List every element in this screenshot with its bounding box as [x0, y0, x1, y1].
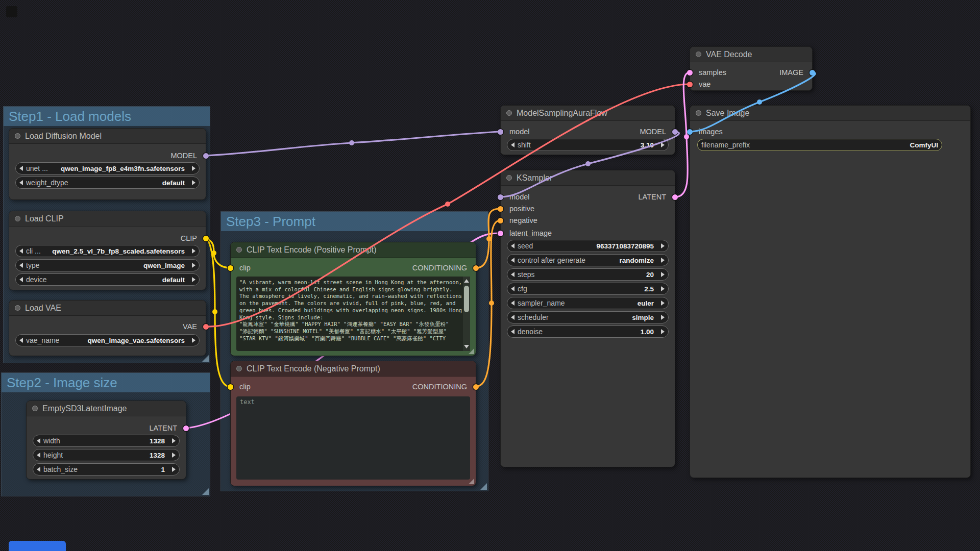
decrement-arrow-icon[interactable] [511, 142, 514, 147]
increment-arrow-icon[interactable] [192, 180, 195, 185]
output-port-clip[interactable] [203, 236, 209, 241]
node-model-sampling-auraflow[interactable]: ModelSamplingAuraFlow model MODEL shift … [500, 105, 675, 155]
increment-arrow-icon[interactable] [661, 142, 665, 147]
decrement-arrow-icon[interactable] [19, 180, 23, 185]
node-clip-text-encode-negative[interactable]: CLIP Text Encode (Negative Prompt) clip … [230, 361, 476, 486]
widget-denoise[interactable]: denoise 1.00 [507, 325, 669, 338]
node-header[interactable]: CLIP Text Encode (Negative Prompt) [231, 361, 476, 377]
decrement-arrow-icon[interactable] [511, 258, 514, 263]
node-load-clip[interactable]: Load CLIP CLIP cli ... qwen_2.5_vl_7b_fp… [9, 211, 206, 290]
decrement-arrow-icon[interactable] [511, 329, 514, 334]
node-ksampler[interactable]: KSampler model positive negative latent_… [500, 170, 675, 467]
increment-arrow-icon[interactable] [661, 243, 665, 248]
widget-vae-name[interactable]: vae_name qwen_image_vae.safetensors [15, 334, 200, 346]
input-port-model[interactable] [498, 194, 503, 200]
decrement-arrow-icon[interactable] [19, 263, 23, 268]
node-header[interactable]: KSampler [501, 170, 675, 186]
output-port-conditioning[interactable] [473, 265, 479, 271]
collapse-dot-icon[interactable] [15, 216, 20, 221]
decrement-arrow-icon[interactable] [19, 248, 23, 254]
increment-arrow-icon[interactable] [661, 300, 665, 306]
input-port-model[interactable] [498, 129, 503, 135]
link-midpoint-dot[interactable] [349, 140, 354, 145]
collapse-dot-icon[interactable] [696, 52, 701, 57]
node-header[interactable]: Load VAE [9, 300, 206, 316]
widget-device[interactable]: device default [15, 273, 200, 286]
widget-width[interactable]: width 1328 [33, 435, 180, 447]
increment-arrow-icon[interactable] [192, 277, 195, 282]
decrement-arrow-icon[interactable] [19, 277, 23, 282]
group-header[interactable]: Step2 - Image size [2, 373, 210, 392]
increment-arrow-icon[interactable] [661, 286, 665, 291]
increment-arrow-icon[interactable] [172, 467, 176, 472]
collapse-dot-icon[interactable] [506, 110, 512, 116]
textarea-scrollbar[interactable] [463, 277, 470, 351]
increment-arrow-icon[interactable] [192, 263, 195, 268]
decrement-arrow-icon[interactable] [37, 467, 40, 472]
widget-type[interactable]: type qwen_image [15, 259, 200, 271]
output-port-latent[interactable] [672, 194, 678, 200]
node-header[interactable]: VAE Decode [690, 47, 812, 62]
increment-arrow-icon[interactable] [661, 329, 665, 334]
output-port-vae[interactable] [203, 324, 209, 330]
group-header[interactable]: Step1 - Load models [4, 107, 210, 126]
widget-cfg[interactable]: cfg 2.5 [507, 283, 669, 295]
node-vae-decode[interactable]: VAE Decode samples vae IMAGE [690, 46, 813, 91]
group-header[interactable]: Step3 - Prompt [221, 212, 488, 231]
node-load-vae[interactable]: Load VAE VAE vae_name qwen_image_vae.saf… [9, 300, 206, 356]
decrement-arrow-icon[interactable] [19, 166, 23, 171]
link-midpoint-dot[interactable] [757, 99, 762, 105]
output-port-model[interactable] [203, 153, 209, 159]
input-port-vae[interactable] [687, 82, 693, 87]
output-port-image[interactable] [810, 70, 815, 76]
decrement-arrow-icon[interactable] [19, 338, 23, 343]
decrement-arrow-icon[interactable] [511, 272, 514, 277]
widget-sampler-name[interactable]: sampler_name euler [507, 297, 669, 309]
node-header[interactable]: Save Image [690, 106, 970, 121]
scrollbar-thumb[interactable] [464, 286, 469, 312]
output-port-conditioning[interactable] [473, 384, 479, 390]
scroll-down-icon[interactable] [464, 345, 469, 348]
output-port-model[interactable] [672, 129, 678, 135]
bottom-left-panel-tab[interactable] [9, 541, 66, 551]
group-resize-handle[interactable] [202, 488, 209, 495]
input-port-negative[interactable] [498, 218, 503, 223]
decrement-arrow-icon[interactable] [511, 243, 514, 248]
widget-height[interactable]: height 1328 [33, 449, 180, 461]
widget-weight-dtype[interactable]: weight_dtype default [15, 177, 200, 189]
decrement-arrow-icon[interactable] [511, 315, 514, 320]
link-midpoint-dot[interactable] [585, 161, 591, 166]
increment-arrow-icon[interactable] [661, 315, 665, 320]
decrement-arrow-icon[interactable] [511, 286, 514, 291]
increment-arrow-icon[interactable] [661, 272, 665, 277]
node-save-image[interactable]: Save Image images filename_prefix ComfyU… [690, 105, 971, 478]
prompt-textarea[interactable]: text [236, 396, 470, 480]
collapse-dot-icon[interactable] [15, 133, 20, 139]
increment-arrow-icon[interactable] [192, 166, 195, 171]
menu-toggle-button[interactable] [6, 6, 17, 17]
node-header[interactable]: Load Diffusion Model [9, 129, 206, 144]
link-midpoint-dot[interactable] [445, 202, 450, 207]
group-resize-handle[interactable] [480, 483, 487, 490]
input-port-samples[interactable] [687, 70, 693, 76]
collapse-dot-icon[interactable] [32, 406, 38, 411]
collapse-dot-icon[interactable] [696, 110, 701, 116]
scroll-up-icon[interactable] [464, 279, 469, 283]
widget-batch-size[interactable]: batch_size 1 [33, 463, 180, 475]
prompt-textarea[interactable]: "A vibrant, warm neon-lit street scene i… [236, 277, 470, 351]
node-graph-canvas[interactable]: Step1 - Load models Step2 - Image size S… [0, 0, 980, 551]
increment-arrow-icon[interactable] [192, 338, 195, 343]
collapse-dot-icon[interactable] [236, 247, 242, 253]
increment-arrow-icon[interactable] [172, 453, 176, 458]
collapse-dot-icon[interactable] [236, 366, 242, 371]
node-load-diffusion-model[interactable]: Load Diffusion Model MODEL unet ... qwen… [9, 128, 206, 200]
link-midpoint-dot[interactable] [211, 251, 216, 256]
increment-arrow-icon[interactable] [661, 258, 665, 263]
increment-arrow-icon[interactable] [192, 248, 195, 254]
widget-filename-prefix[interactable]: filename_prefix ComfyUI [697, 139, 942, 151]
widget-scheduler[interactable]: scheduler simple [507, 311, 669, 323]
widget-shift[interactable]: shift 3.10 [507, 139, 669, 151]
collapse-dot-icon[interactable] [15, 305, 20, 311]
input-port-latent-image[interactable] [498, 231, 503, 236]
widget-seed[interactable]: seed 963371083720895 [507, 240, 669, 252]
